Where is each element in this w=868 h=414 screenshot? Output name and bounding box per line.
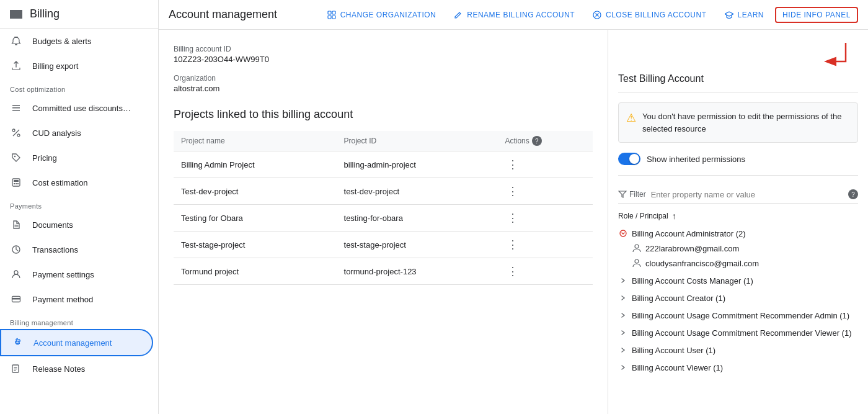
- sidebar-item-cost-estimation[interactable]: Cost estimation: [0, 170, 158, 195]
- sidebar-item-pricing-label: Pricing: [32, 153, 57, 163]
- projects-title: Projects linked to this billing account: [174, 108, 593, 121]
- filter-input[interactable]: [651, 190, 843, 199]
- sidebar-item-budgets-alerts[interactable]: Budgets & alerts: [0, 29, 158, 53]
- role-name: Billing Account User (1): [632, 346, 715, 355]
- role-expand-icon: [618, 328, 628, 338]
- inherited-permissions-toggle[interactable]: [618, 153, 640, 165]
- table-row: Billing Admin Project billing-admin-proj…: [174, 151, 593, 178]
- doc-icon: [10, 218, 22, 231]
- rename-billing-account-button[interactable]: RENAME BILLING ACCOUNT: [447, 6, 581, 24]
- role-header-label: Role / Principal: [618, 212, 668, 220]
- sidebar-item-documents-label: Documents: [32, 220, 73, 230]
- sidebar-item-release-notes[interactable]: Release Notes: [0, 356, 158, 381]
- hide-info-panel-label: HIDE INFO PANEL: [782, 11, 851, 19]
- billing-account-id-label: Billing account ID: [174, 45, 593, 53]
- warning-box: ⚠ You don't have permission to edit the …: [618, 102, 858, 143]
- main-content: Account management CHANGE ORGANIZATION R…: [159, 0, 868, 414]
- svg-point-36: [635, 259, 639, 263]
- role-row[interactable]: Billing Account Administrator (2): [618, 226, 858, 241]
- sidebar-item-committed-use[interactable]: Committed use discounts…: [0, 96, 158, 120]
- more-icon[interactable]: ⋮: [505, 182, 521, 200]
- role-expand-icon: [618, 293, 628, 303]
- tag-icon: [10, 151, 22, 164]
- svg-rect-30: [332, 16, 335, 19]
- upload-icon: [10, 60, 22, 72]
- bell-icon: [10, 35, 22, 47]
- sort-icon[interactable]: ↑: [672, 211, 676, 221]
- hide-info-panel-button[interactable]: HIDE INFO PANEL: [775, 7, 858, 23]
- role-name: Billing Account Usage Commitment Recomme…: [632, 311, 849, 320]
- change-organization-label: CHANGE ORGANIZATION: [340, 11, 436, 19]
- more-icon[interactable]: ⋮: [505, 209, 521, 227]
- svg-rect-28: [332, 11, 335, 14]
- role-header: Role / Principal ↑: [618, 211, 858, 221]
- role-row[interactable]: Billing Account Costs Manager (1): [618, 273, 858, 288]
- sidebar-item-account-management[interactable]: Account management: [0, 329, 153, 356]
- collapse-icon: [619, 329, 627, 336]
- sidebar-item-budgets-alerts-label: Budgets & alerts: [32, 37, 91, 46]
- sidebar-item-cud-analysis-label: CUD analysis: [32, 128, 81, 138]
- pencil-icon: [453, 10, 463, 20]
- sidebar-item-cud-analysis[interactable]: CUD analysis: [0, 120, 158, 145]
- member-email: cloudysanfrancisco@gmail.com: [645, 259, 759, 268]
- role-item: Billing Account Viewer (1): [618, 360, 858, 375]
- project-actions-cell: ⋮: [497, 258, 593, 285]
- role-row[interactable]: Billing Account User (1): [618, 343, 858, 358]
- role-expand-icon: [618, 362, 628, 372]
- section-billing-management: Billing management: [0, 312, 158, 329]
- actions-help-icon[interactable]: ?: [532, 136, 542, 146]
- filter-help-icon[interactable]: ?: [848, 189, 858, 199]
- svg-rect-27: [328, 11, 331, 14]
- role-row[interactable]: Billing Account Usage Commitment Recomme…: [618, 308, 858, 323]
- change-organization-button[interactable]: CHANGE ORGANIZATION: [321, 6, 443, 24]
- close-billing-account-button[interactable]: CLOSE BILLING ACCOUNT: [586, 6, 713, 24]
- toggle-row: Show inherited permissions: [618, 153, 858, 176]
- page-title: Account management: [169, 8, 277, 21]
- role-expand-icon: [618, 345, 628, 355]
- more-icon[interactable]: ⋮: [505, 236, 521, 253]
- clock-icon: [10, 243, 22, 256]
- role-name: Billing Account Usage Commitment Recomme…: [632, 328, 852, 338]
- sidebar-item-payment-settings-label: Payment settings: [32, 270, 94, 279]
- sidebar-item-transactions[interactable]: Transactions: [0, 237, 158, 262]
- sidebar: Billing Budgets & alerts Billing export …: [0, 0, 159, 414]
- project-id-cell: tormund-project-123: [337, 258, 498, 285]
- sidebar-header: Billing: [0, 0, 158, 29]
- project-actions-cell: ⋮: [497, 205, 593, 232]
- list-icon: [10, 102, 22, 114]
- expand-icon: [619, 230, 627, 237]
- project-name-cell: Test-dev-project: [174, 178, 337, 205]
- role-row[interactable]: Billing Account Creator (1): [618, 290, 858, 305]
- roles-container: Billing Account Administrator (2) 222lar…: [618, 226, 858, 377]
- sidebar-item-pricing[interactable]: Pricing: [0, 145, 158, 170]
- member-row: cloudysanfrancisco@gmail.com: [618, 256, 858, 271]
- content-main: Billing account ID 10ZZ23-203O44-WW99T0 …: [159, 30, 608, 414]
- warning-text: You don't have permission to edit the pe…: [642, 110, 850, 135]
- section-payments: Payments: [0, 195, 158, 212]
- project-actions-cell: ⋮: [497, 232, 593, 258]
- organization-label: Organization: [174, 74, 593, 83]
- project-id-header: Project ID: [337, 131, 498, 151]
- more-icon[interactable]: ⋮: [505, 263, 521, 280]
- learn-button[interactable]: LEARN: [718, 6, 771, 24]
- project-id-cell: billing-admin-project: [337, 151, 498, 178]
- role-row[interactable]: Billing Account Usage Commitment Recomme…: [618, 325, 858, 340]
- actions-header-label: Actions: [505, 137, 529, 145]
- sidebar-title: Billing: [30, 7, 60, 20]
- sidebar-item-documents[interactable]: Documents: [0, 212, 158, 237]
- sidebar-item-payment-method[interactable]: Payment method: [0, 287, 158, 312]
- role-row[interactable]: Billing Account Viewer (1): [618, 360, 858, 375]
- sidebar-item-payment-settings[interactable]: Payment settings: [0, 262, 158, 287]
- role-expand-icon: [618, 310, 628, 320]
- calculator-icon: [10, 176, 22, 189]
- sidebar-item-billing-export-label: Billing export: [32, 61, 78, 71]
- content-area: Billing account ID 10ZZ23-203O44-WW99T0 …: [159, 30, 868, 414]
- filter-label: Filter: [629, 190, 646, 199]
- role-expand-icon: [618, 228, 628, 238]
- more-icon[interactable]: ⋮: [505, 156, 521, 173]
- billing-account-id-value: 10ZZ23-203O44-WW99T0: [174, 55, 593, 64]
- table-row: Tormund project tormund-project-123 ⋮: [174, 258, 593, 285]
- project-actions-cell: ⋮: [497, 178, 593, 205]
- sidebar-item-billing-export[interactable]: Billing export: [0, 53, 158, 78]
- svg-rect-3: [15, 44, 17, 45]
